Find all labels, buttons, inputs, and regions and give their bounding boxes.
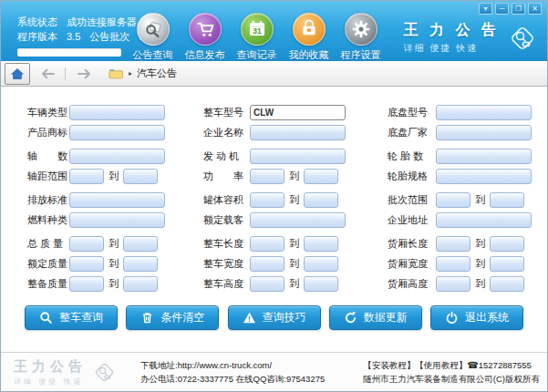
field-vehicle-type: 车辆类型: [27, 104, 165, 120]
field-label: 车辆类型: [27, 106, 69, 119]
toolbar-item-query-history[interactable]: 31查询记录: [231, 13, 283, 62]
field-cargo-height: 货厢高度到: [388, 275, 524, 292]
skin-button[interactable]: ▾: [479, 3, 492, 15]
back-button[interactable]: [38, 66, 58, 82]
home-button[interactable]: [5, 63, 30, 85]
vehicle-length-to-input[interactable]: [304, 236, 338, 252]
cargo-height-from-input[interactable]: [436, 276, 470, 292]
batch-to-input[interactable]: [490, 192, 524, 208]
cart-icon: [189, 13, 222, 46]
wheelbase-to-input[interactable]: [123, 169, 158, 184]
fuel-type-input[interactable]: [69, 212, 165, 228]
exit-system-button[interactable]: 退出系统: [430, 305, 523, 330]
field-label: 轮 胎 数: [388, 150, 436, 163]
brand-emblem-icon: [507, 23, 538, 54]
tire-count-input[interactable]: [436, 149, 532, 164]
engine-input[interactable]: [250, 149, 346, 164]
field-label: 罐体容积: [203, 193, 250, 207]
vehicle-width-from-input[interactable]: [250, 256, 284, 272]
field-power: 功 率到: [203, 168, 338, 184]
vehicle-height-to-input[interactable]: [304, 276, 338, 292]
action-buttons: 整车查询条件清空查询技巧数据更新退出系统: [1, 305, 547, 330]
phone-icon: ☎: [467, 360, 478, 370]
field-emission-standard: 排放标准: [27, 191, 165, 208]
batch-from-input[interactable]: [436, 192, 470, 208]
field-label: 产品商标: [27, 126, 69, 139]
vehicle-type-input[interactable]: [69, 105, 165, 120]
gross-weight-from-input[interactable]: [69, 236, 104, 252]
company-address-input[interactable]: [436, 212, 532, 228]
data-update-button[interactable]: 数据更新: [329, 305, 422, 330]
download-address: 下载地址:http://www.cn-truck.com/: [140, 358, 325, 372]
tutorial-links: 【安装教程】【使用教程】: [363, 360, 467, 370]
maximize-button[interactable]: ❐: [512, 3, 525, 15]
vehicle-length-from-input[interactable]: [250, 236, 284, 252]
company-name-input[interactable]: [250, 125, 346, 140]
query-tips-button[interactable]: 查询技巧: [228, 305, 321, 330]
vehicle-model-input[interactable]: [250, 105, 346, 120]
product-brand-input[interactable]: [69, 125, 165, 140]
emission-standard-input[interactable]: [69, 192, 165, 208]
home-icon: [10, 67, 25, 80]
wheelbase-from-input[interactable]: [69, 169, 104, 184]
cargo-length-to-input[interactable]: [490, 236, 524, 252]
chassis-model-input[interactable]: [436, 105, 532, 120]
field-cargo-width: 货厢宽度到: [388, 255, 524, 272]
toolbar-item-my-favorites[interactable]: 我的收藏: [283, 13, 335, 62]
footer-info-block: 【安装教程】【使用教程】☎15272887555 随州市王力汽车装备制造有限公司…: [363, 358, 540, 386]
chassis-maker-input[interactable]: [436, 125, 532, 140]
announce-icon: [137, 13, 170, 46]
toolbar-item-program-settings[interactable]: 程序设置: [335, 13, 387, 62]
field-label: 货厢长度: [388, 237, 436, 251]
field-label: 企业名称: [203, 126, 250, 139]
cargo-width-from-input[interactable]: [436, 256, 470, 272]
field-curb-weight: 整备质量到: [27, 275, 158, 292]
cargo-width-to-input[interactable]: [490, 256, 524, 272]
power-from-input[interactable]: [250, 169, 284, 184]
form-row: 整备质量到整车高度到货厢高度到: [1, 275, 547, 292]
field-label: 底盘型号: [388, 106, 436, 119]
forward-button[interactable]: [74, 66, 94, 82]
vehicle-height-from-input[interactable]: [250, 276, 284, 292]
vehicle-width-to-input[interactable]: [304, 256, 338, 272]
announcement-batch-label: 公告批次: [89, 31, 129, 42]
footer-logo: 王力公告 详细 便捷 快速: [14, 358, 117, 387]
field-chassis-maker: 底盘厂家: [388, 124, 532, 140]
svg-text:31: 31: [253, 26, 262, 36]
tire-spec-input[interactable]: [436, 169, 532, 184]
field-tire-count: 轮 胎 数: [388, 148, 532, 164]
rated-passengers-input[interactable]: [250, 212, 346, 228]
curb-weight-from-input[interactable]: [69, 276, 104, 292]
minimize-button[interactable]: ─: [495, 3, 509, 15]
window-controls: ▾─❐✕: [479, 3, 542, 15]
vehicle-query-button[interactable]: 整车查询: [25, 305, 118, 330]
breadcrumb-arrow-icon: ▸: [129, 69, 132, 77]
curb-weight-to-input[interactable]: [123, 276, 158, 292]
power-icon: [445, 311, 459, 325]
gross-weight-to-input[interactable]: [123, 236, 158, 252]
field-gross-weight: 总 质 量到: [27, 235, 158, 252]
field-engine: 发 动 机: [203, 148, 346, 164]
axle-count-input[interactable]: [69, 149, 165, 164]
cargo-height-to-input[interactable]: [490, 276, 524, 292]
form-row: 额定质量到整车宽度到货厢宽度到: [1, 255, 547, 272]
power-to-input[interactable]: [304, 169, 338, 184]
toolbar-item-label: 程序设置: [341, 48, 381, 62]
tank-volume-from-input[interactable]: [250, 192, 284, 208]
cargo-length-from-input[interactable]: [436, 236, 470, 252]
rated-weight-to-input[interactable]: [123, 256, 158, 272]
main-panel: 车辆类型整车型号底盘型号产品商标企业名称底盘厂家轴 数发 动 机轮 胎 数轴距范…: [1, 87, 547, 352]
folder-icon: [109, 67, 123, 79]
field-label: 额定载客: [203, 213, 250, 227]
field-vehicle-model: 整车型号: [203, 104, 346, 120]
tank-volume-to-input[interactable]: [304, 192, 338, 208]
rated-weight-from-input[interactable]: [69, 256, 104, 272]
brand: 王 力 公 告 详细 便捷 快速: [404, 21, 538, 55]
footer-logo-title: 王力公告: [14, 358, 87, 376]
field-label: 排放标准: [27, 193, 69, 207]
clear-conditions-button[interactable]: 条件清空: [126, 305, 219, 330]
toolbar-item-announcement-query[interactable]: 公告查询: [127, 13, 179, 62]
range-to-label: 到: [289, 237, 299, 251]
close-button[interactable]: ✕: [528, 3, 542, 15]
toolbar-item-info-publish[interactable]: 信息发布: [179, 13, 231, 62]
